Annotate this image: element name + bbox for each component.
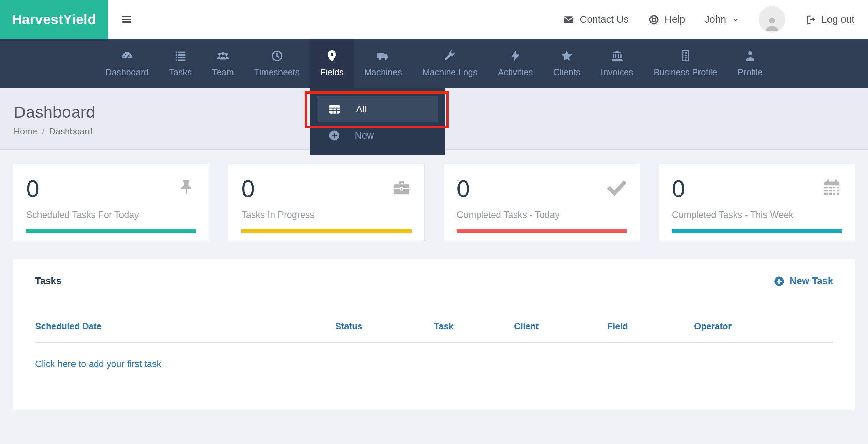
pin-icon <box>176 178 196 197</box>
menu-item-new[interactable]: New <box>310 129 445 142</box>
gauge-icon <box>120 49 133 62</box>
column-field: Field <box>607 321 694 332</box>
main-navbar: Dashboard Tasks Team Timesheets Fields <box>0 39 868 88</box>
stat-value: 0 <box>672 177 842 201</box>
help-label: Help <box>665 14 685 25</box>
table-icon <box>328 103 341 116</box>
plus-circle-icon <box>328 129 340 142</box>
column-task: Task <box>434 321 514 332</box>
sign-out-icon <box>805 14 816 25</box>
column-client: Client <box>514 321 607 332</box>
tasks-panel: Tasks New Task Scheduled Date Status Tas… <box>13 259 855 410</box>
logout-link[interactable]: Log out <box>805 14 854 25</box>
add-first-task-link[interactable]: Click here to add your first task <box>35 359 161 369</box>
column-operator: Operator <box>694 321 833 332</box>
plus-circle-icon <box>773 275 785 287</box>
stat-accent-bar <box>241 229 411 233</box>
stat-value: 0 <box>26 177 196 201</box>
users-icon <box>216 49 229 62</box>
nav-item-fields[interactable]: Fields All New <box>310 39 354 88</box>
stat-label: Tasks In Progress <box>241 210 411 220</box>
breadcrumb-current: Dashboard <box>49 126 93 137</box>
building-icon <box>679 49 692 62</box>
column-scheduled-date: Scheduled Date <box>35 321 335 332</box>
nav-item-timesheets[interactable]: Timesheets <box>244 39 310 88</box>
envelope-icon <box>563 14 574 25</box>
nav-item-machine-logs[interactable]: Machine Logs <box>412 39 488 88</box>
new-task-label: New Task <box>790 275 833 286</box>
stat-cards-row: 0 Scheduled Tasks For Today 0 Tasks In P… <box>13 164 855 241</box>
stat-card-in-progress: 0 Tasks In Progress <box>228 164 424 241</box>
nav-item-business-profile[interactable]: Business Profile <box>643 39 727 88</box>
stat-value: 0 <box>457 177 627 201</box>
briefcase-icon <box>392 178 412 197</box>
wrench-icon <box>444 49 456 62</box>
column-status: Status <box>335 321 434 332</box>
stat-accent-bar <box>672 229 842 233</box>
contact-us-label: Contact Us <box>580 14 628 25</box>
sidebar-toggle-button[interactable] <box>108 0 145 39</box>
stat-label: Scheduled Tasks For Today <box>26 210 196 220</box>
bank-icon <box>611 49 624 62</box>
logout-label: Log out <box>821 14 854 25</box>
stat-accent-bar <box>26 229 196 233</box>
user-icon <box>744 49 757 62</box>
stat-value: 0 <box>241 177 411 201</box>
top-header: HarvestYield Contact Us Help John <box>0 0 868 39</box>
stat-label: Completed Tasks - This Week <box>672 210 842 220</box>
list-icon <box>174 49 187 62</box>
header-actions: Contact Us Help John <box>563 0 868 39</box>
tasks-panel-header: Tasks New Task <box>35 275 833 287</box>
nav-item-tasks[interactable]: Tasks <box>159 39 202 88</box>
person-icon <box>763 15 781 33</box>
nav-item-dashboard[interactable]: Dashboard <box>95 39 159 88</box>
breadcrumb-separator: / <box>42 126 44 137</box>
contact-us-link[interactable]: Contact Us <box>563 14 628 25</box>
nav-item-activities[interactable]: Activities <box>488 39 543 88</box>
brand-logo[interactable]: HarvestYield <box>0 0 108 39</box>
fields-dropdown-menu: All New <box>310 88 445 155</box>
user-name: John <box>705 14 726 25</box>
bolt-icon <box>509 49 522 62</box>
help-link[interactable]: Help <box>648 14 685 25</box>
stat-accent-bar <box>457 229 627 233</box>
stat-card-scheduled-today: 0 Scheduled Tasks For Today <box>13 164 209 241</box>
avatar[interactable] <box>759 6 785 33</box>
truck-icon <box>376 49 389 62</box>
tasks-panel-title: Tasks <box>35 275 61 286</box>
new-task-button[interactable]: New Task <box>773 275 833 287</box>
calendar-icon <box>822 178 842 197</box>
nav-item-invoices[interactable]: Invoices <box>591 39 643 88</box>
star-icon <box>560 49 573 62</box>
stat-card-completed-week: 0 Completed Tasks - This Week <box>659 164 855 241</box>
check-icon <box>607 178 627 197</box>
nav-item-clients[interactable]: Clients <box>543 39 590 88</box>
stat-label: Completed Tasks - Today <box>457 210 627 220</box>
tasks-table-header: Scheduled Date Status Task Client Field … <box>35 321 833 343</box>
life-ring-icon <box>648 14 659 25</box>
breadcrumb-home[interactable]: Home <box>14 126 37 137</box>
map-marker-icon <box>325 49 338 62</box>
chevron-down-icon <box>732 14 739 25</box>
stat-card-completed-today: 0 Completed Tasks - Today <box>444 164 640 241</box>
nav-item-team[interactable]: Team <box>202 39 244 88</box>
hamburger-icon <box>122 15 131 24</box>
menu-item-all[interactable]: All <box>317 96 438 122</box>
nav-item-profile[interactable]: Profile <box>727 39 773 88</box>
clock-icon <box>271 49 284 62</box>
nav-item-machines[interactable]: Machines <box>354 39 412 88</box>
user-menu[interactable]: John <box>705 14 739 25</box>
